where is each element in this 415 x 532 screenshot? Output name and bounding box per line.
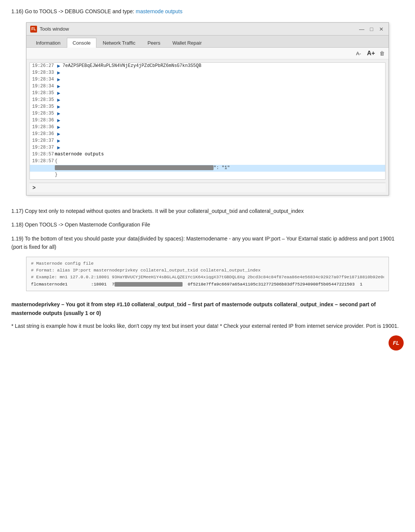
console-line: 19:28:35► — [30, 110, 385, 117]
console-line: 19:28:36► — [30, 124, 385, 131]
minimize-button[interactable]: — — [358, 26, 365, 33]
console-line: 19:28:33► — [30, 70, 385, 76]
tab-console[interactable]: Console — [67, 38, 96, 48]
clear-console-button[interactable]: 🗑 — [379, 50, 385, 56]
tab-information[interactable]: Information — [30, 38, 66, 48]
console-line: 19:28:37► — [30, 144, 385, 151]
window-title-left: FL Tools window — [30, 26, 69, 33]
app-icon: FL — [30, 26, 37, 33]
blurred-txid — [55, 165, 214, 170]
console-line: 19:28:34► — [30, 76, 385, 83]
footer-logo-area: FL — [11, 335, 404, 351]
maximize-button[interactable]: □ — [368, 26, 375, 33]
console-input-row: > — [29, 183, 386, 192]
intro-line-116: 1.16) Go to TOOLS -> DEBUG CONSOLE and t… — [11, 8, 404, 16]
console-input[interactable] — [38, 185, 382, 190]
console-result-blurred: ": "1" — [30, 165, 385, 172]
console-line: 19:28:35► — [30, 90, 385, 97]
blurred-privkey — [115, 282, 183, 287]
font-increase-button[interactable]: A+ — [365, 49, 376, 57]
masternode-outputs-link[interactable]: masternode outputs — [136, 8, 183, 14]
window-controls: — □ ✕ — [358, 26, 385, 33]
config-file-box: # Masternode config file # Format: alias… — [26, 257, 389, 292]
console-result-close: } — [30, 172, 385, 178]
console-line: 19:28:36► — [30, 131, 385, 138]
section-117: 1.17) Copy text only to notepad without … — [11, 207, 404, 215]
window-tabs: Information Console Network Traffic Peer… — [26, 36, 389, 48]
console-line: 19:28:35► — [30, 97, 385, 104]
config-line-3: # Example: mn1 127.0.0.2:18001 93HaYBVUC… — [31, 274, 384, 281]
config-line-2: # Format: alias IP:port masternodeprivke… — [31, 267, 384, 274]
bold-section: masternodeprivkey – You got it from step… — [11, 300, 404, 317]
window-titlebar: FL Tools window — □ ✕ — [26, 23, 389, 36]
console-result-open: 19:28:57 { — [30, 158, 385, 165]
console-line: 19:26:27 ► 7eAZPSPEBqEJW4RuPLSN4VNjEzy4j… — [30, 63, 385, 70]
console-line: 19:28:35► — [30, 104, 385, 110]
step-116-text: 1.16) Go to TOOLS -> DEBUG CONSOLE and t… — [11, 8, 136, 14]
console-cmd-line: 19:28:57 masternode outputs — [30, 151, 385, 158]
tab-wallet-repair[interactable]: Wallet Repair — [167, 38, 208, 48]
section-118: 1.18) Open TOOLS -> Open Masternode Conf… — [11, 220, 404, 229]
footer-logo: FL — [389, 335, 404, 351]
console-line: 19:28:37► — [30, 138, 385, 144]
console-line: 19:28:34► — [30, 83, 385, 90]
font-decrease-button[interactable]: A- — [355, 50, 362, 57]
tab-network-traffic[interactable]: Network Traffic — [97, 38, 141, 48]
config-line-1: # Masternode config file — [31, 260, 384, 267]
tab-peers[interactable]: Peers — [142, 38, 166, 48]
console-line: 19:28:36► — [30, 117, 385, 124]
config-line-4: flcmasternode1 :18001 7 0f5218e7ffa9c669… — [31, 281, 384, 288]
close-button[interactable]: ✕ — [378, 26, 385, 33]
final-note: * Last string is example how it must be … — [11, 322, 404, 330]
console-prompt-symbol: > — [33, 185, 36, 191]
console-output[interactable]: 19:26:27 ► 7eAZPSPEBqEJW4RuPLSN4VNjEzy4j… — [29, 62, 386, 180]
tools-window: FL Tools window — □ ✕ Information Consol… — [26, 22, 389, 195]
window-toolbar: A- A+ 🗑 — [26, 48, 389, 59]
section-119: 1.19) To the bottom of text you should p… — [11, 234, 404, 251]
window-title: Tools window — [40, 26, 69, 32]
